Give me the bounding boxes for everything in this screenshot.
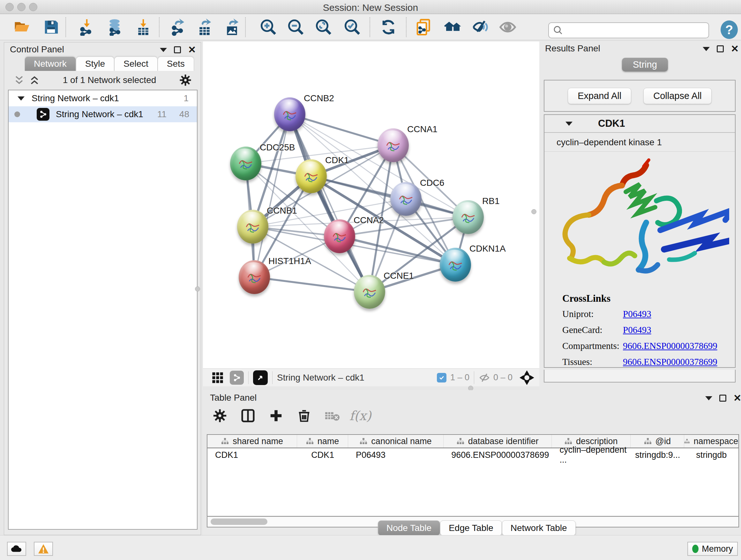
table-cell[interactable]: P06493 — [348, 448, 444, 462]
column-header-shared-name[interactable]: shared name — [207, 435, 297, 448]
show-columns-icon[interactable] — [239, 407, 257, 425]
crosslink-link[interactable]: 9606.ENSP00000378699 — [623, 341, 718, 351]
cloud-button[interactable] — [7, 542, 26, 556]
network-row[interactable]: String Network – cdk1 11 48 — [9, 106, 197, 122]
table-cell[interactable]: CDK1 — [207, 448, 297, 462]
table-cell[interactable]: stringdb:9... — [631, 448, 684, 462]
clone-network-icon[interactable] — [415, 18, 433, 37]
float-panel-icon[interactable] — [719, 395, 726, 401]
expand-all-icon[interactable] — [29, 75, 40, 85]
tab-select[interactable]: Select — [114, 57, 158, 71]
node-hist1h1a[interactable] — [239, 260, 270, 294]
column-header-canonical-name[interactable]: canonical name — [348, 435, 444, 448]
tab-node-table[interactable]: Node Table — [378, 520, 440, 536]
close-panel-icon[interactable]: ✕ — [188, 46, 196, 53]
collapse-all-button[interactable]: Collapse All — [643, 88, 712, 104]
panel-menu-icon[interactable] — [705, 396, 712, 400]
edge-count: 48 — [179, 109, 189, 119]
fit-content-crosshair-icon[interactable] — [520, 370, 534, 385]
zoom-selected-icon[interactable] — [343, 18, 361, 37]
collapse-all-icon[interactable] — [14, 75, 24, 85]
tab-style[interactable]: Style — [76, 57, 114, 71]
crosslink-link[interactable]: 9606.ENSP00000378699 — [623, 357, 718, 367]
protein-card-header[interactable]: CDK1 — [544, 115, 735, 133]
help-icon[interactable]: ? — [721, 20, 738, 39]
column-header--id[interactable]: @id — [630, 435, 684, 448]
zoom-fit-icon[interactable] — [314, 18, 333, 37]
zoom-in-icon[interactable] — [259, 18, 278, 37]
export-table-icon[interactable] — [195, 18, 214, 37]
column-header-name[interactable]: name — [297, 435, 348, 448]
float-panel-icon[interactable] — [717, 45, 724, 52]
save-session-icon[interactable] — [42, 18, 61, 37]
crosslink-link[interactable]: P06493 — [623, 309, 651, 319]
tab-network-table[interactable]: Network Table — [502, 520, 576, 536]
crosslinks-heading: CrossLinks — [562, 293, 735, 304]
edge-ccnb2-hist1h1a[interactable] — [254, 114, 290, 277]
node-cdkn1a[interactable] — [440, 248, 471, 282]
collapse-card-icon[interactable] — [565, 122, 572, 126]
scrollbar-thumb[interactable] — [211, 518, 267, 525]
node-cdc25b[interactable] — [230, 146, 261, 180]
memory-button[interactable]: Memory — [687, 542, 738, 556]
import-network-icon[interactable] — [77, 18, 96, 37]
export-image-icon[interactable] — [223, 18, 241, 37]
node-ccnb2[interactable] — [274, 98, 306, 131]
node-cdc6[interactable] — [390, 182, 421, 216]
network-options-gear-icon[interactable] — [179, 74, 192, 86]
protein-thumbnail-icon — [459, 208, 478, 227]
node-count: 11 — [157, 109, 166, 119]
tab-network[interactable]: Network — [24, 57, 76, 71]
update-network-icon[interactable] — [379, 18, 398, 37]
warnings-button[interactable] — [34, 542, 53, 556]
export-network-icon[interactable] — [169, 18, 187, 37]
grid-view-icon[interactable] — [211, 371, 224, 384]
table-cell[interactable]: stringdb — [684, 448, 738, 462]
close-panel-icon[interactable]: ✕ — [733, 395, 741, 401]
create-column-icon[interactable] — [267, 407, 285, 425]
search-input[interactable] — [563, 25, 701, 36]
expand-all-button[interactable]: Expand All — [568, 88, 631, 104]
node-ccnb1[interactable] — [237, 210, 268, 244]
string-home-icon[interactable] — [444, 18, 462, 37]
panel-menu-icon[interactable] — [160, 48, 167, 52]
right-splitter-handle[interactable] — [531, 209, 536, 214]
column-header-namespace[interactable]: namespace — [684, 435, 738, 448]
column-header-database-identifier[interactable]: database identifier — [444, 435, 552, 448]
network-canvas[interactable]: CCNB2CCNA1CDC25BCDK1CDC6RB1CCNB1CCNA2CDK… — [203, 42, 539, 368]
table-row[interactable]: CDK1CDK1P064939606.ENSP00000378699cyclin… — [207, 448, 738, 462]
network-collection-row[interactable]: String Network – cdk1 1 — [9, 90, 197, 106]
table-cell[interactable]: CDK1 — [297, 448, 348, 462]
import-table-icon[interactable] — [134, 18, 152, 37]
float-panel-icon[interactable] — [174, 46, 181, 53]
node-rb1[interactable] — [453, 200, 484, 234]
edge-hist1h1a-ccne1[interactable] — [254, 277, 369, 292]
hide-glyphs-icon[interactable] — [472, 18, 490, 37]
show-glyphs-icon[interactable] — [498, 18, 517, 37]
delete-column-icon[interactable] — [295, 407, 313, 425]
node-ccna2[interactable] — [324, 219, 355, 253]
search-box[interactable] — [548, 22, 709, 38]
panel-menu-icon[interactable] — [703, 47, 710, 51]
tab-string[interactable]: String — [622, 58, 668, 71]
crosslink-link[interactable]: P06493 — [623, 325, 651, 335]
edge-ccnb2-ccna1[interactable] — [290, 114, 393, 145]
close-panel-icon[interactable]: ✕ — [731, 45, 739, 52]
tab-sets[interactable]: Sets — [158, 57, 194, 71]
tree-expand-icon[interactable] — [17, 97, 24, 101]
left-splitter-handle[interactable] — [195, 287, 200, 292]
tab-edge-table[interactable]: Edge Table — [440, 520, 502, 536]
table-options-gear-icon[interactable] — [211, 407, 229, 425]
open-session-icon[interactable] — [13, 18, 31, 37]
node-ccna1[interactable] — [378, 128, 409, 162]
node-table[interactable]: shared namenamecanonical namedatabase id… — [207, 434, 739, 516]
zoom-out-icon[interactable] — [286, 18, 305, 37]
table-cell[interactable]: 9606.ENSP00000378699 — [444, 448, 552, 462]
table-cell[interactable]: cyclin–dependent ... — [552, 448, 630, 462]
selected-checkbox-icon[interactable] — [437, 373, 447, 382]
import-network-from-database-icon[interactable] — [105, 18, 124, 37]
string-view-icon[interactable] — [230, 371, 244, 385]
node-ccne1[interactable] — [354, 275, 385, 309]
birds-eye-view-icon[interactable] — [253, 370, 268, 385]
node-cdk1[interactable] — [295, 159, 327, 193]
